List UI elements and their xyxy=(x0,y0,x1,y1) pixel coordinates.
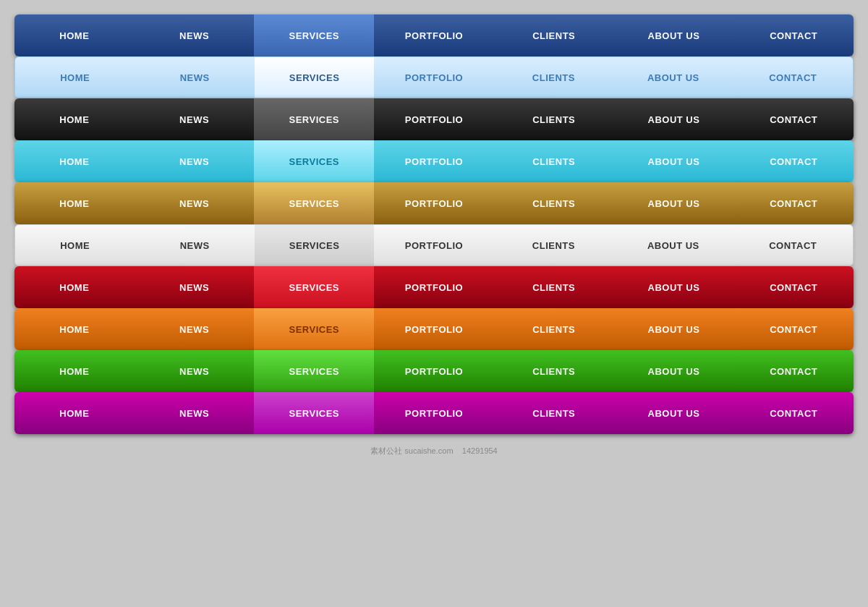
nav-item-about-us[interactable]: ABOUT US xyxy=(613,57,733,98)
nav-item-contact[interactable]: CONTACT xyxy=(733,140,854,182)
nav-item-contact[interactable]: CONTACT xyxy=(733,392,854,434)
nav-item-contact[interactable]: CONTACT xyxy=(733,57,853,98)
nav-item-news[interactable]: NEWS xyxy=(135,350,255,392)
nav-item-about-us[interactable]: ABOUT US xyxy=(614,182,734,224)
nav-item-clients[interactable]: CLIENTS xyxy=(494,182,614,224)
nav-item-services[interactable]: SERVICES xyxy=(254,98,374,140)
navbar-orange: HOMENEWSSERVICESPORTFOLIOCLIENTSABOUT US… xyxy=(14,308,854,350)
nav-item-portfolio[interactable]: PORTFOLIO xyxy=(374,308,494,350)
nav-item-portfolio[interactable]: PORTFOLIO xyxy=(374,14,494,56)
nav-item-home[interactable]: HOME xyxy=(14,350,135,392)
nav-item-services[interactable]: SERVICES xyxy=(254,308,374,350)
nav-item-contact[interactable]: CONTACT xyxy=(733,350,854,392)
nav-item-services[interactable]: SERVICES xyxy=(254,392,374,434)
nav-item-home[interactable]: HOME xyxy=(14,182,135,224)
nav-item-contact[interactable]: CONTACT xyxy=(733,266,854,308)
nav-item-contact[interactable]: CONTACT xyxy=(733,225,853,266)
navbar-white: HOMENEWSSERVICESPORTFOLIOCLIENTSABOUT US… xyxy=(14,224,854,266)
nav-item-clients[interactable]: CLIENTS xyxy=(494,225,613,266)
nav-item-news[interactable]: NEWS xyxy=(135,140,255,182)
navbar-blue: HOMENEWSSERVICESPORTFOLIOCLIENTSABOUT US… xyxy=(14,14,854,56)
nav-item-contact[interactable]: CONTACT xyxy=(733,98,854,140)
nav-item-services[interactable]: SERVICES xyxy=(254,350,374,392)
nav-item-home[interactable]: HOME xyxy=(14,308,135,350)
navbar-red: HOMENEWSSERVICESPORTFOLIOCLIENTSABOUT US… xyxy=(14,266,854,308)
nav-item-news[interactable]: NEWS xyxy=(135,98,255,140)
nav-item-about-us[interactable]: ABOUT US xyxy=(614,140,734,182)
nav-item-about-us[interactable]: ABOUT US xyxy=(614,308,734,350)
nav-item-contact[interactable]: CONTACT xyxy=(733,182,854,224)
nav-item-clients[interactable]: CLIENTS xyxy=(494,350,614,392)
nav-item-portfolio[interactable]: PORTFOLIO xyxy=(374,266,494,308)
nav-item-about-us[interactable]: ABOUT US xyxy=(614,98,734,140)
nav-item-services[interactable]: SERVICES xyxy=(254,14,374,56)
nav-item-portfolio[interactable]: PORTFOLIO xyxy=(374,225,493,266)
nav-item-services[interactable]: SERVICES xyxy=(254,182,374,224)
nav-item-contact[interactable]: CONTACT xyxy=(733,308,854,350)
nav-item-home[interactable]: HOME xyxy=(14,266,135,308)
nav-item-about-us[interactable]: ABOUT US xyxy=(614,266,734,308)
nav-item-services[interactable]: SERVICES xyxy=(254,266,374,308)
nav-item-services[interactable]: SERVICES xyxy=(255,225,374,266)
nav-item-portfolio[interactable]: PORTFOLIO xyxy=(374,182,494,224)
navbar-cyan: HOMENEWSSERVICESPORTFOLIOCLIENTSABOUT US… xyxy=(14,140,854,182)
watermark-site: 素材公社 sucaishe.com xyxy=(370,446,453,455)
nav-item-about-us[interactable]: ABOUT US xyxy=(614,350,734,392)
navbar-gold: HOMENEWSSERVICESPORTFOLIOCLIENTSABOUT US… xyxy=(14,182,854,224)
nav-item-news[interactable]: NEWS xyxy=(135,57,254,98)
nav-item-portfolio[interactable]: PORTFOLIO xyxy=(374,392,494,434)
nav-item-about-us[interactable]: ABOUT US xyxy=(614,14,734,56)
navbar-green: HOMENEWSSERVICESPORTFOLIOCLIENTSABOUT US… xyxy=(14,350,854,392)
nav-item-services[interactable]: SERVICES xyxy=(254,140,374,182)
nav-item-news[interactable]: NEWS xyxy=(135,225,254,266)
nav-item-portfolio[interactable]: PORTFOLIO xyxy=(374,57,493,98)
nav-item-news[interactable]: NEWS xyxy=(135,308,255,350)
nav-item-news[interactable]: NEWS xyxy=(135,266,255,308)
nav-item-clients[interactable]: CLIENTS xyxy=(494,57,613,98)
nav-item-clients[interactable]: CLIENTS xyxy=(494,14,614,56)
nav-item-news[interactable]: NEWS xyxy=(135,14,255,56)
nav-item-clients[interactable]: CLIENTS xyxy=(494,308,614,350)
nav-item-services[interactable]: SERVICES xyxy=(255,57,374,98)
nav-item-home[interactable]: HOME xyxy=(14,14,135,56)
nav-item-clients[interactable]: CLIENTS xyxy=(494,98,614,140)
nav-item-home[interactable]: HOME xyxy=(15,225,135,266)
nav-item-home[interactable]: HOME xyxy=(14,140,135,182)
nav-item-about-us[interactable]: ABOUT US xyxy=(613,225,733,266)
nav-item-news[interactable]: NEWS xyxy=(135,182,255,224)
nav-item-clients[interactable]: CLIENTS xyxy=(494,266,614,308)
navbar-lightblue: HOMENEWSSERVICESPORTFOLIOCLIENTSABOUT US… xyxy=(14,56,854,98)
nav-item-contact[interactable]: CONTACT xyxy=(733,14,854,56)
nav-item-portfolio[interactable]: PORTFOLIO xyxy=(374,350,494,392)
nav-item-clients[interactable]: CLIENTS xyxy=(494,392,614,434)
nav-item-home[interactable]: HOME xyxy=(14,98,135,140)
nav-item-home[interactable]: HOME xyxy=(15,57,135,98)
nav-item-about-us[interactable]: ABOUT US xyxy=(614,392,734,434)
nav-item-portfolio[interactable]: PORTFOLIO xyxy=(374,98,494,140)
navbar-black: HOMENEWSSERVICESPORTFOLIOCLIENTSABOUT US… xyxy=(14,98,854,140)
nav-item-news[interactable]: NEWS xyxy=(135,392,255,434)
nav-item-clients[interactable]: CLIENTS xyxy=(494,140,614,182)
watermark-id: 14291954 xyxy=(462,446,498,455)
nav-item-home[interactable]: HOME xyxy=(14,392,135,434)
nav-item-portfolio[interactable]: PORTFOLIO xyxy=(374,140,494,182)
navbar-purple: HOMENEWSSERVICESPORTFOLIOCLIENTSABOUT US… xyxy=(14,392,854,434)
